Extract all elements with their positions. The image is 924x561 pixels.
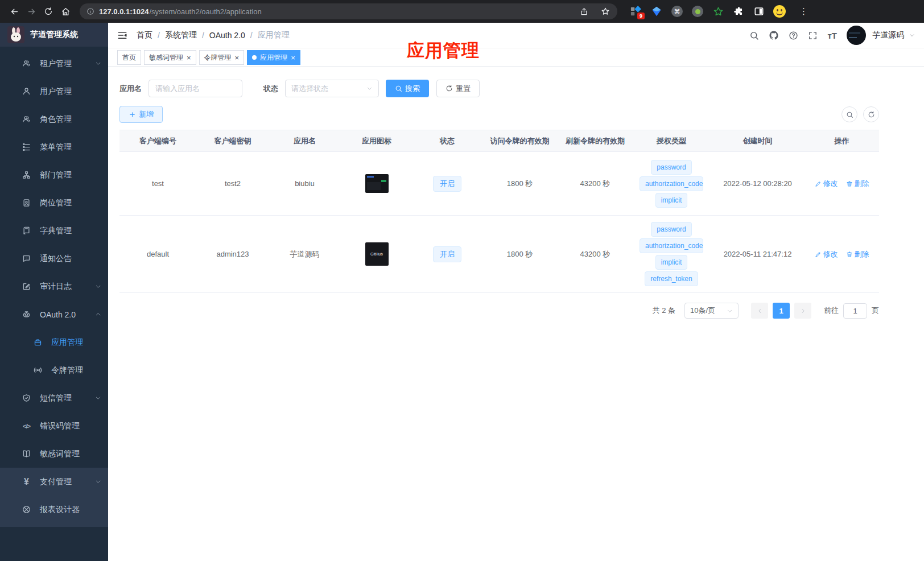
- bookmark-star-icon[interactable]: [597, 3, 614, 20]
- breadcrumb-system[interactable]: 系统管理: [165, 30, 197, 40]
- help-icon[interactable]: [789, 31, 798, 40]
- col-grant-types: 授权类型: [632, 130, 711, 152]
- dictionary-extension-icon[interactable]: 9: [630, 5, 642, 18]
- sidebar-item-report-designer[interactable]: 报表设计器: [0, 496, 108, 523]
- app-logo[interactable]: 芋道管理系统: [0, 23, 108, 47]
- close-icon[interactable]: ×: [187, 54, 191, 61]
- tab-application[interactable]: 应用管理×: [247, 50, 300, 65]
- status-select-placeholder: 请选择状态: [291, 84, 328, 94]
- red-annotation-title: 应用管理: [407, 39, 480, 63]
- sidebar-item-audit-log[interactable]: 审计日志: [0, 273, 108, 300]
- col-app-icon: 应用图标: [340, 130, 413, 152]
- next-page-button[interactable]: [794, 303, 811, 319]
- user-avatar[interactable]: [847, 26, 866, 45]
- star-extension-icon[interactable]: [712, 5, 724, 18]
- user-name[interactable]: 芋道源码: [872, 30, 904, 40]
- edit-link[interactable]: 修改: [815, 179, 838, 189]
- fullscreen-icon[interactable]: [808, 31, 818, 40]
- grant-type-tag: implicit: [655, 193, 688, 208]
- toggle-search-icon[interactable]: [842, 106, 857, 122]
- pagination-total: 共 2 条: [653, 306, 675, 316]
- browser-reload-button[interactable]: [40, 3, 57, 20]
- status-select[interactable]: 请选择状态: [285, 80, 379, 97]
- search-icon[interactable]: [749, 31, 759, 40]
- browser-home-button[interactable]: [57, 3, 74, 20]
- current-page-button[interactable]: 1: [773, 303, 790, 319]
- site-info-icon[interactable]: [86, 7, 94, 15]
- cell-grant-types: password authorization_code implicit ref…: [632, 216, 711, 293]
- sidebar-item-label: 租户管理: [40, 59, 95, 69]
- sidebar-item-user[interactable]: 用户管理: [0, 77, 108, 105]
- search-button[interactable]: 搜索: [386, 80, 429, 97]
- col-access-ttl: 访问令牌的有效期: [481, 130, 558, 152]
- sidebar-item-label: 通知公告: [40, 254, 101, 264]
- sidebar-item-tenant[interactable]: 租户管理: [0, 50, 108, 77]
- delete-link[interactable]: 删除: [846, 179, 869, 189]
- sidebar-item-label: 应用管理: [51, 337, 101, 348]
- sidebar-item-label: 角色管理: [40, 114, 101, 125]
- goto-page-input[interactable]: [843, 303, 867, 319]
- close-icon[interactable]: ×: [291, 54, 295, 61]
- cell-refresh-ttl: 43200 秒: [558, 216, 632, 293]
- cell-access-ttl: 1800 秒: [481, 152, 558, 216]
- sidebar-item-dept[interactable]: 部门管理: [0, 161, 108, 189]
- prev-page-button[interactable]: [751, 303, 768, 319]
- tab-home[interactable]: 首页: [117, 50, 141, 65]
- sidebar-item-oauth[interactable]: OAuth 2.0: [0, 300, 108, 328]
- edit-link-label: 修改: [823, 179, 838, 189]
- url-path: /system/oauth2/oauth2/application: [149, 7, 261, 16]
- extensions-puzzle-icon[interactable]: [732, 5, 745, 18]
- app-name-input[interactable]: [148, 80, 242, 97]
- browser-back-button[interactable]: [6, 3, 23, 20]
- browser-menu-icon[interactable]: ⋮: [799, 6, 808, 16]
- sidebar-item-error-code[interactable]: </> 错误码管理: [0, 412, 108, 440]
- breadcrumb-separator: /: [158, 31, 160, 40]
- github-icon[interactable]: [769, 30, 779, 40]
- sidebar-item-notice[interactable]: 通知公告: [0, 245, 108, 273]
- table-header-row: 客户端编号 客户端密钥 应用名 应用图标 状态 访问令牌的有效期 刷新令牌的有效…: [119, 130, 879, 152]
- breadcrumb-oauth[interactable]: OAuth 2.0: [209, 31, 245, 40]
- status-badge: 开启: [433, 246, 461, 262]
- side-panel-icon[interactable]: [753, 5, 765, 18]
- collapse-sidebar-icon[interactable]: [117, 30, 127, 40]
- sidebar-item-oauth-token[interactable]: 令牌管理: [0, 356, 108, 384]
- gem-extension-icon[interactable]: [650, 5, 663, 18]
- sidebar-item-menu[interactable]: 菜单管理: [0, 133, 108, 161]
- close-icon[interactable]: ×: [235, 54, 240, 61]
- sidebar-item-sensitive-word[interactable]: 敏感词管理: [0, 440, 108, 468]
- breadcrumb-home[interactable]: 首页: [137, 30, 152, 40]
- browser-forward-button[interactable]: [23, 3, 40, 20]
- share-icon[interactable]: [575, 3, 592, 20]
- font-size-icon[interactable]: ᴛT: [827, 31, 837, 40]
- sidebar-item-post[interactable]: 岗位管理: [0, 189, 108, 217]
- page-size-select[interactable]: 10条/页: [684, 303, 739, 319]
- refresh-table-icon[interactable]: [863, 106, 879, 122]
- edit-link[interactable]: 修改: [815, 249, 838, 259]
- app-icon-thumbnail: [365, 174, 389, 193]
- reset-button[interactable]: 重置: [436, 80, 480, 97]
- add-button[interactable]: 新增: [119, 106, 163, 123]
- sidebar-item-oauth-application[interactable]: 应用管理: [0, 328, 108, 356]
- sidebar-item-sms[interactable]: 短信管理: [0, 384, 108, 412]
- sidebar-item-role[interactable]: 角色管理: [0, 105, 108, 133]
- sidebar-item-label: 支付管理: [40, 477, 95, 487]
- app-name-label: 应用名: [119, 84, 142, 94]
- recorder-extension-icon[interactable]: [691, 5, 704, 18]
- delete-link-label: 删除: [855, 179, 869, 189]
- command-extension-icon[interactable]: ⌘: [671, 5, 683, 18]
- col-refresh-ttl: 刷新令牌的有效期: [558, 130, 632, 152]
- table-tools: [836, 106, 879, 122]
- profile-avatar-icon[interactable]: [773, 5, 786, 18]
- cell-refresh-ttl: 43200 秒: [558, 152, 632, 216]
- tab-sensitive-word[interactable]: 敏感词管理×: [144, 50, 196, 65]
- delete-link[interactable]: 删除: [846, 249, 869, 259]
- sidebar-bottom-group: ¥ 支付管理 报表设计器: [0, 468, 108, 527]
- robot-icon: [22, 310, 31, 319]
- address-bar[interactable]: 127.0.0.1:1024/system/oauth2/oauth2/appl…: [80, 3, 617, 19]
- sidebar-item-payment[interactable]: ¥ 支付管理: [0, 468, 108, 496]
- sidebar-item-dict[interactable]: 字典管理: [0, 217, 108, 245]
- shield-check-icon: [22, 394, 31, 402]
- tab-token[interactable]: 令牌管理×: [199, 50, 245, 65]
- user-menu-caret-icon[interactable]: [909, 32, 915, 38]
- cell-client-secret: admin123: [196, 216, 269, 293]
